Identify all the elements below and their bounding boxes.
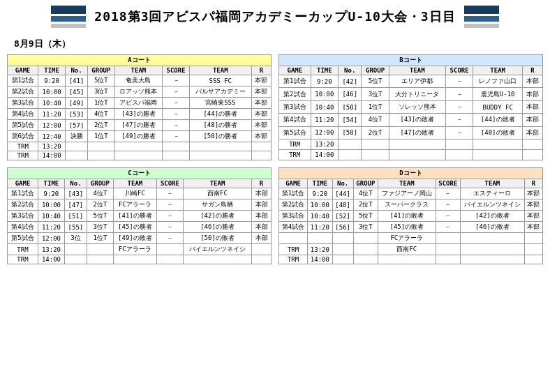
table-cell: 2位T <box>88 120 114 131</box>
table-cell: － <box>436 199 461 211</box>
table-cell <box>252 255 272 264</box>
table-cell: アビスパ福岡 <box>114 98 163 109</box>
col-time-b: TIME <box>311 66 338 75</box>
table-cell: ファジアーノ岡山 <box>378 188 436 199</box>
table-cell: 第5試合 <box>8 120 38 131</box>
table-cell: [49]の敗者 <box>113 233 156 244</box>
table-cell: [43]の敗者 <box>389 114 445 126</box>
col-no-b: No. <box>339 66 362 75</box>
table-row: 第2試合10:00[47]2位TFCアラーラ－サガン鳥栖本部 <box>8 199 272 211</box>
table-cell <box>473 140 523 150</box>
table-cell: 11:20 <box>38 222 64 233</box>
table-cell <box>461 244 525 255</box>
col-score-b: SCORE <box>445 66 473 75</box>
col-time-c: TIME <box>38 179 64 188</box>
col-team2-d: TEAM <box>461 179 525 188</box>
table-cell: 4位T <box>353 188 378 199</box>
table-cell: 13:20 <box>308 244 333 255</box>
table-cell: 奄美大島 <box>114 75 163 86</box>
table-cell: 5位T <box>87 211 113 222</box>
table-cell: レノファ山口 <box>473 75 523 88</box>
table-cell: [47] <box>64 199 87 211</box>
table-row: 第3試合10:40[50]1位Tソレッソ熊本－BUDDY FC本部 <box>279 100 543 113</box>
table-cell: [46] <box>339 88 362 100</box>
table-cell: [41] <box>65 75 87 86</box>
table-cell: 西南FC <box>378 244 436 255</box>
table-cell: バルサアカデミー <box>189 86 251 98</box>
court-d-header: Dコート <box>279 168 543 179</box>
table-cell: 本部 <box>524 222 542 233</box>
col-time-d: TIME <box>308 179 333 188</box>
table-cell: [52] <box>332 211 353 222</box>
table-cell: 本部 <box>524 199 542 211</box>
col-team2-b: TEAM <box>473 66 523 75</box>
table-cell: [53] <box>65 109 87 120</box>
table-cell: 14:00 <box>308 255 333 264</box>
col-group-a: GROUP <box>88 66 114 75</box>
table-cell: 本部 <box>524 211 542 222</box>
table-cell: [50] <box>339 100 362 113</box>
table-cell: [45]の勝者 <box>113 222 156 233</box>
table-cell: TRM <box>279 255 308 264</box>
table-cell <box>189 151 251 160</box>
court-a-table: Aコート GAME TIME No. GROUP TEAM SCORE TEAM… <box>7 54 272 160</box>
table-cell: － <box>445 100 473 113</box>
table-cell <box>64 255 87 264</box>
table-cell: [58] <box>339 126 362 139</box>
table-cell: TRM <box>279 244 308 255</box>
left-decoration <box>51 6 86 28</box>
table-cell <box>64 244 87 255</box>
table-cell: 3位T <box>362 88 389 100</box>
table-cell <box>189 142 251 151</box>
table-cell <box>389 149 445 160</box>
table-cell: 本部 <box>252 188 272 199</box>
table-cell: FCアラーラ <box>113 244 156 255</box>
table-cell: 12:00 <box>38 120 65 131</box>
table-row: TRM13:20西南FC <box>279 244 543 255</box>
table-row: 第5試合12:00[57]2位T[47]の勝者－[48]の勝者本部 <box>8 120 272 131</box>
table-cell <box>156 255 183 264</box>
table-cell: 4位T <box>87 188 113 199</box>
table-cell: － <box>163 120 189 131</box>
table-cell: 第3試合 <box>8 98 38 109</box>
table-cell <box>65 142 87 151</box>
table-cell <box>524 233 542 244</box>
table-cell: 第4試合 <box>8 109 38 120</box>
table-cell: 9:20 <box>311 75 338 88</box>
col-time-a: TIME <box>38 66 65 75</box>
table-cell: 第4試合 <box>279 114 311 126</box>
table-cell: エリア伊都 <box>389 75 445 88</box>
page-title: 2018第3回アビスパ福岡アカデミーカップU-10大会・3日目 <box>94 8 455 25</box>
table-cell <box>332 244 353 255</box>
table-cell: [43] <box>64 188 87 199</box>
table-cell: スーパークラス <box>378 199 436 211</box>
table-cell: [47]の敗者 <box>389 126 445 139</box>
table-row: 第3試合10:40[52]5位T[41]の敗者－[42]の敗者本部 <box>279 211 543 222</box>
table-cell <box>353 255 378 264</box>
col-no-a: No. <box>65 66 87 75</box>
col-team2-c: TEAM <box>183 179 251 188</box>
table-cell: 5位T <box>362 75 389 88</box>
col-score-c: SCORE <box>156 179 183 188</box>
table-cell: [42] <box>339 75 362 88</box>
table-cell: [45]の敗者 <box>378 222 436 233</box>
col-game-b: GAME <box>279 66 311 75</box>
table-cell: 9:20 <box>38 188 64 199</box>
table-cell: 10:00 <box>308 199 333 211</box>
table-cell: 大分トリニータ <box>389 88 445 100</box>
table-cell: 第4試合 <box>279 222 308 233</box>
col-group-d: GROUP <box>353 179 378 188</box>
table-row: 第1試合9:20[44]4位Tファジアーノ岡山－エスティーロ本部 <box>279 188 543 199</box>
table-cell <box>524 255 542 264</box>
table-cell: 3位T <box>88 86 114 98</box>
table-cell: 本部 <box>251 131 271 142</box>
table-cell <box>339 149 362 160</box>
table-cell: 3位 <box>64 233 87 244</box>
col-game-a: GAME <box>8 66 38 75</box>
table-cell: TRM <box>8 255 38 264</box>
table-cell: ソレッソ熊本 <box>389 100 445 113</box>
table-cell: － <box>156 211 183 222</box>
courts-bottom-row: Cコート GAME TIME No. GROUP TEAM SCORE TEAM… <box>7 167 543 264</box>
table-cell: 第1試合 <box>8 188 38 199</box>
table-cell <box>362 149 389 160</box>
